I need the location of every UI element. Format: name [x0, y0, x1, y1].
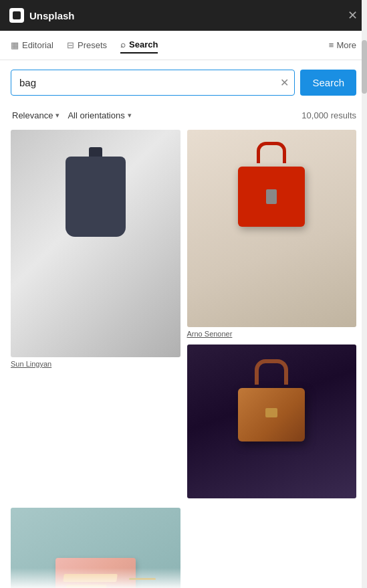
- filter-bar: Relevance ▾ All orientations ▾ 10,000 re…: [0, 105, 367, 130]
- editorial-icon: ▦: [11, 40, 19, 50]
- relevance-filter[interactable]: Relevance ▾: [11, 108, 61, 123]
- scrollbar-thumb[interactable]: [362, 40, 367, 94]
- orientation-label: All orientations: [68, 110, 124, 120]
- app-icon: [9, 8, 24, 23]
- search-button[interactable]: Search: [300, 70, 356, 96]
- relevance-label: Relevance: [12, 110, 53, 120]
- brown-handle: [255, 359, 288, 385]
- search-input[interactable]: [11, 70, 294, 95]
- nav-search[interactable]: ⌕ Search: [120, 37, 158, 54]
- bag-body: [238, 167, 305, 227]
- app-title: Unsplash: [29, 10, 75, 21]
- nav-editorial[interactable]: ▦ Editorial: [11, 37, 53, 53]
- nav-more[interactable]: ≡ More: [329, 40, 356, 50]
- brown-clasp: [265, 408, 277, 417]
- image-grid: Sun Lingyan Arno Senoner Creat: [0, 130, 367, 588]
- photo-card-2[interactable]: Arno Senoner: [187, 130, 357, 501]
- photo-card-1[interactable]: Sun Lingyan: [11, 130, 180, 501]
- presets-label: Presets: [78, 40, 107, 50]
- orientation-filter[interactable]: All orientations ▾: [66, 108, 132, 123]
- orientation-chevron: ▾: [128, 111, 132, 120]
- bottom-fade: [0, 568, 362, 588]
- photo-backpack-img: [11, 130, 180, 357]
- photo-credit-1[interactable]: Sun Lingyan: [11, 360, 180, 368]
- photo-redbag-img: [187, 130, 357, 327]
- photo-brownbag-img: [187, 345, 357, 498]
- brown-body: [238, 388, 305, 442]
- search-nav-label: Search: [129, 39, 158, 50]
- search-nav-icon: ⌕: [120, 39, 126, 50]
- app-icon-inner: [13, 11, 21, 19]
- more-label: More: [336, 40, 356, 50]
- titlebar-left: Unsplash: [9, 8, 75, 23]
- titlebar: Unsplash ✕: [0, 0, 367, 31]
- scrollbar-track[interactable]: [362, 0, 367, 588]
- bag-clasp: [266, 189, 277, 204]
- results-count: 10,000 results: [301, 110, 356, 120]
- editorial-label: Editorial: [22, 40, 53, 50]
- bag-handle: [257, 142, 286, 163]
- search-bar: ✕ Search: [0, 60, 367, 105]
- nav-presets[interactable]: ⊟ Presets: [67, 37, 107, 53]
- more-icon: ≡: [329, 40, 334, 50]
- search-input-wrap: ✕: [11, 70, 295, 96]
- relevance-chevron: ▾: [55, 111, 59, 120]
- presets-icon: ⊟: [67, 40, 74, 50]
- photo-credit-2[interactable]: Arno Senoner: [187, 330, 357, 338]
- clear-button[interactable]: ✕: [280, 78, 289, 88]
- navbar: ▦ Editorial ⊟ Presets ⌕ Search ≡ More: [0, 31, 367, 60]
- close-button[interactable]: ✕: [348, 9, 358, 21]
